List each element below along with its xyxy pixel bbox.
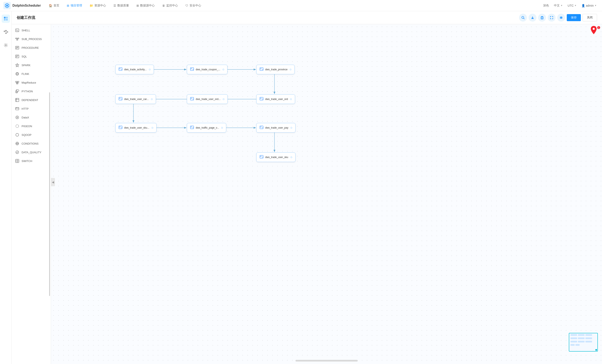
notification-badge[interactable]: 1 [590,26,600,38]
lang-dropdown-icon: ▼ [560,4,563,7]
nav-security[interactable]: 🛡 安全中心 [183,2,204,9]
workflow-node-n9[interactable]: SQL dws_trade_user_pay⊙ [256,123,296,133]
sidebar-dashboard[interactable] [2,14,10,23]
workflow-node-n10[interactable]: SQL dws_trade_user_sku⊙ [256,152,296,162]
datasource-icon: ⊞ [136,4,139,7]
task-item-DataX[interactable]: DataX [12,113,51,122]
workflow-node-n2[interactable]: SQL dws_trade_coupon_...⊙ [187,65,227,74]
workflow-node-n8[interactable]: SQL dws_traffic_page_v...⊙ [187,123,226,133]
node-info-icon[interactable]: ⊙ [151,98,153,101]
workflow-node-n3[interactable]: SQL dws_trade_province⊙ [256,65,295,74]
task-item-SWITCH[interactable]: SWITCH [12,157,51,165]
dependent-icon [15,98,20,102]
workflow-node-n6[interactable]: SQL dws_trade_user_ord⊙ [256,94,295,104]
task-item-SQL[interactable]: SQL [12,52,51,61]
delete-button[interactable] [538,14,546,21]
collapse-icon: ◀ [52,181,54,184]
nav-home[interactable]: 🏠 首页 [46,2,62,9]
nav-datasource[interactable]: ⊞ 数据源中心 [134,2,158,9]
task-item-DEPENDENT[interactable]: DEPENDENT [12,96,51,104]
content-area: 创建工作流 [12,11,602,364]
sidebar-settings[interactable] [2,41,10,49]
sql-node-icon: SQL [118,97,123,102]
task-item-SQOOP[interactable]: SQOOP [12,130,51,139]
canvas-arrows [51,24,602,364]
node-info-icon[interactable]: ⊙ [223,98,225,101]
node-info-icon[interactable]: ⊙ [290,156,292,159]
sidebar-scrollbar[interactable] [49,92,50,296]
nav-quality[interactable]: ☰ 数据质量 [110,2,132,9]
svg-rect-27 [17,39,18,40]
task-item-DATA_QUALITY[interactable]: DATA_QUALITY [12,148,51,157]
layout-button[interactable] [557,14,565,21]
svg-point-60 [17,143,18,144]
workflow-node-n1[interactable]: SQL dws_trade_activity...⊙ [115,65,154,74]
nav-user[interactable]: 👤 admin ▼ [579,3,599,8]
workflow-node-n4[interactable]: SQL dws_trade_user_car...⊙ [115,94,156,104]
task-item-CONDITIONS[interactable]: CONDITIONS [12,139,51,148]
task-item-MapReduce[interactable]: MapReduce [12,78,51,87]
sidebar-collapse-button[interactable]: ◀ [51,178,55,186]
node-info-icon[interactable]: ⊙ [290,68,291,71]
nav-theme[interactable]: 深色 [541,3,551,8]
notification-count: 1 [597,26,600,29]
node-info-icon[interactable]: ⊙ [222,68,224,71]
fullscreen-button[interactable] [548,14,556,21]
workflow-node-n5[interactable]: SQL dws_trade_user_ord...⊙ [187,94,228,104]
task-item-PROCEDURE[interactable]: PROCEDURE [12,43,51,52]
task-label-SWITCH: SWITCH [22,160,32,163]
svg-point-58 [16,133,19,136]
workflow-canvas[interactable]: ▲ SQL dws_trade_activity...⊙ SQL dws_tra… [51,24,602,364]
nav-monitor[interactable]: 🖥 监控中心 [159,2,181,9]
node-label: dws_trade_activity... [124,68,147,71]
nav-project[interactable]: ⊞ 项目管理 [64,2,85,9]
download-button[interactable] [529,14,537,21]
node-info-icon[interactable]: ⊙ [290,98,292,101]
app-logo[interactable]: DolphinScheduler [3,2,41,9]
sql-icon [15,54,20,59]
task-label-CONDITIONS: CONDITIONS [22,142,39,145]
sql-node-icon: SQL [259,155,264,160]
task-item-PIGEON[interactable]: PIGEON [12,122,51,130]
flink-icon [15,72,20,76]
sidebar-workflow[interactable] [2,28,10,36]
task-item-FLINK[interactable]: FLINK [12,69,51,78]
search-button[interactable] [519,14,527,21]
svg-point-116 [593,28,595,30]
task-item-PYTHON[interactable]: PYTHON [12,87,51,96]
svg-rect-4 [4,19,6,21]
close-button[interactable]: 关闭 [582,14,597,21]
task-item-SHELL[interactable]: SHELL [12,26,51,35]
datax-icon [15,115,20,120]
node-info-icon[interactable]: ⊙ [151,126,153,129]
nav-resource[interactable]: 📁 资源中心 [87,2,109,9]
spark-icon [15,63,20,67]
svg-point-53 [17,108,17,108]
task-item-SUB_PROCESS[interactable]: SUB_PROCESS [12,35,51,43]
task-item-HTTP[interactable]: HTTP [12,104,51,113]
node-label: dws_trade_user_car... [124,98,149,101]
svg-marker-38 [16,64,19,67]
canvas-container: SHELL SUB_PROCESS [12,24,602,364]
svg-point-45 [16,90,17,91]
task-label-PIGEON: PIGEON [22,125,32,128]
nav-timezone[interactable]: UTC ▼ [566,3,579,8]
node-info-icon[interactable]: ⊙ [290,126,292,129]
task-item-SPARK[interactable]: SPARK [12,61,51,69]
task-label-SUB_PROCESS: SUB_PROCESS [22,38,42,41]
sql-node-icon: SQL [259,125,264,130]
node-info-icon[interactable]: ⊙ [149,68,151,71]
node-label: dws_trade_user_sku... [124,126,149,129]
icon-sidebar [0,11,12,364]
save-button[interactable]: 保存 [567,14,581,21]
dataquality-icon [15,150,20,155]
nav-lang[interactable]: 中文 ▼ [552,3,565,8]
sql-node-icon: SQL [190,125,194,130]
timezone-dropdown-icon: ▼ [574,4,577,7]
svg-text:SQL: SQL [262,98,264,100]
mapreduce-icon [15,80,20,85]
canvas-scrollbar[interactable] [296,360,358,362]
minimap-indicator [595,349,597,351]
node-info-icon[interactable]: ⊙ [221,126,223,129]
workflow-node-n7[interactable]: SQL dws_trade_user_sku...⊙ [115,123,157,133]
